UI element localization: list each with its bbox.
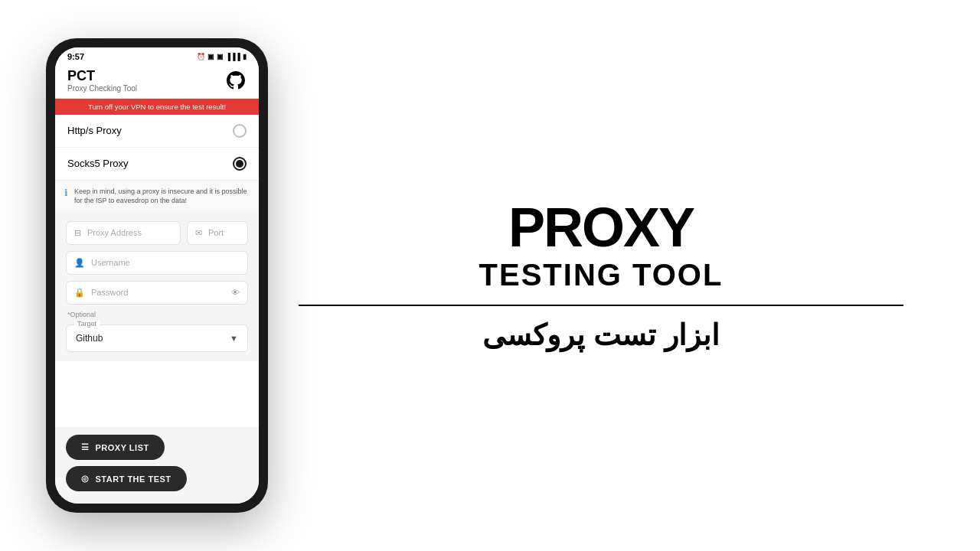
form-section: ⊟ Proxy Address ✉ Port 👤 Username (55, 212, 259, 361)
right-panel: PROXY TESTING TOOL ابزار تست پروکسی (268, 200, 934, 352)
username-field[interactable]: 👤 Username (66, 251, 248, 275)
target-dropdown[interactable]: Target Github ▼ (66, 324, 248, 352)
username-placeholder: Username (91, 258, 240, 267)
app-title: PCT (67, 69, 137, 84)
proxy-title: PROXY (508, 200, 694, 255)
optional-label: *Optional (66, 311, 248, 318)
status-icons: ⏰ ▣ ▣ ▐▐▐ ▮ (197, 53, 247, 60)
port-placeholder: Port (208, 228, 240, 237)
phone-mockup: 9:57 ⏰ ▣ ▣ ▐▐▐ ▮ PCT Proxy Checking Tool (46, 38, 268, 513)
start-test-button[interactable]: ◎ START THE TEST (66, 466, 187, 491)
radar-icon: ◎ (81, 474, 90, 484)
socks5-proxy-option[interactable]: Socks5 Proxy (55, 148, 259, 181)
app-header: PCT Proxy Checking Tool (55, 64, 259, 99)
app-title-block: PCT Proxy Checking Tool (67, 69, 137, 93)
password-field[interactable]: 🔒 Password 👁 (66, 281, 248, 305)
address-port-row: ⊟ Proxy Address ✉ Port (66, 221, 248, 245)
port-field[interactable]: ✉ Port (187, 221, 248, 245)
http-proxy-label: Http/s Proxy (67, 125, 122, 136)
proxy-address-placeholder: Proxy Address (87, 228, 172, 237)
lock-icon: 🔒 (74, 288, 85, 298)
divider-line (299, 305, 903, 306)
app-content: Http/s Proxy Socks5 Proxy ℹ Keep in mind… (55, 115, 259, 427)
info-text: Keep in mind, using a proxy is insecure … (74, 187, 250, 206)
github-icon[interactable] (225, 70, 247, 91)
farsi-title: ابزار تست پروکسی (482, 318, 719, 352)
list-icon: ☰ (81, 442, 90, 452)
socks5-proxy-label: Socks5 Proxy (67, 158, 128, 169)
password-placeholder: Password (91, 288, 225, 297)
chevron-down-icon: ▼ (230, 334, 238, 343)
proxy-list-button[interactable]: ☰ PROXY LIST (66, 435, 165, 460)
dropdown-field[interactable]: Github ▼ (67, 325, 247, 351)
socks5-proxy-radio[interactable] (233, 157, 247, 171)
http-proxy-radio[interactable] (233, 124, 247, 138)
info-box: ℹ Keep in mind, using a proxy is insecur… (55, 181, 259, 212)
proxy-list-label: PROXY LIST (96, 443, 149, 452)
eye-icon[interactable]: 👁 (231, 288, 240, 297)
user-icon: 👤 (74, 258, 85, 268)
testing-tool-title: TESTING TOOL (479, 258, 724, 292)
dropdown-value: Github (76, 333, 103, 344)
status-time: 9:57 (67, 52, 84, 61)
port-icon: ✉ (195, 228, 202, 238)
info-icon: ℹ (64, 187, 68, 198)
phone-screen: 9:57 ⏰ ▣ ▣ ▐▐▐ ▮ PCT Proxy Checking Tool (55, 47, 259, 504)
app-subtitle: Proxy Checking Tool (67, 84, 137, 93)
http-proxy-option[interactable]: Http/s Proxy (55, 115, 259, 148)
target-label: Target (74, 320, 100, 328)
status-bar: 9:57 ⏰ ▣ ▣ ▐▐▐ ▮ (55, 47, 259, 64)
address-icon: ⊟ (74, 228, 81, 238)
vpn-banner: Turn off your VPN to ensure the test res… (55, 99, 259, 115)
start-test-label: START THE TEST (96, 474, 172, 484)
bottom-area: ☰ PROXY LIST ◎ START THE TEST (55, 427, 259, 504)
page-container: 9:57 ⏰ ▣ ▣ ▐▐▐ ▮ PCT Proxy Checking Tool (0, 0, 980, 551)
proxy-address-field[interactable]: ⊟ Proxy Address (66, 221, 181, 245)
